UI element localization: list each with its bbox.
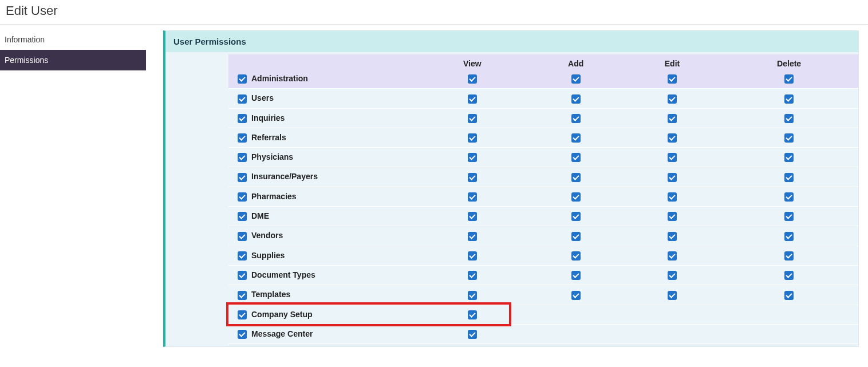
checkbox-delete[interactable]: [784, 271, 794, 280]
checkbox-edit[interactable]: [668, 251, 677, 261]
permission-row-label: Supplies: [251, 251, 285, 260]
checkbox-view[interactable]: [468, 232, 477, 241]
checkbox-delete[interactable]: [784, 192, 794, 202]
checkbox-delete[interactable]: [784, 153, 794, 162]
checkbox-delete[interactable]: [784, 232, 794, 241]
checkbox-add[interactable]: [571, 192, 581, 202]
checkbox-row-toggle[interactable]: [238, 114, 247, 123]
permission-row-label: Users: [251, 93, 274, 102]
checkbox-edit[interactable]: [668, 271, 677, 280]
permissions-table: View Add Edit Delete AdministrationUsers…: [228, 54, 858, 344]
permission-row: Pharmacies: [228, 187, 858, 206]
checkbox-row-toggle[interactable]: [238, 271, 247, 280]
checkbox-delete[interactable]: [784, 114, 794, 123]
checkbox-row-toggle[interactable]: [238, 133, 247, 143]
checkbox-view[interactable]: [468, 74, 477, 84]
checkbox-view[interactable]: [468, 153, 477, 162]
checkbox-edit[interactable]: [668, 232, 677, 241]
checkbox-add[interactable]: [571, 173, 581, 182]
checkbox-view[interactable]: [468, 133, 477, 143]
checkbox-edit[interactable]: [668, 74, 677, 84]
checkbox-row-toggle[interactable]: [238, 291, 247, 300]
checkbox-row-toggle[interactable]: [238, 212, 247, 221]
permission-row-label: Referrals: [251, 133, 286, 142]
permission-row-label: Company Setup: [251, 310, 313, 319]
checkbox-view[interactable]: [468, 310, 477, 319]
checkbox-view[interactable]: [468, 251, 477, 261]
checkbox-add[interactable]: [571, 232, 581, 241]
checkbox-add[interactable]: [571, 94, 581, 104]
checkbox-add[interactable]: [571, 271, 581, 280]
page-title: Edit User: [6, 3, 862, 18]
checkbox-edit[interactable]: [668, 114, 677, 123]
checkbox-edit[interactable]: [668, 291, 677, 300]
checkbox-row-toggle[interactable]: [238, 74, 247, 84]
checkbox-edit[interactable]: [668, 153, 677, 162]
permission-row-label: Physicians: [251, 152, 293, 161]
permission-row: Message Center: [228, 324, 858, 344]
checkbox-delete[interactable]: [784, 133, 794, 143]
checkbox-view[interactable]: [468, 94, 477, 104]
permission-row: DME: [228, 207, 858, 226]
checkbox-row-toggle[interactable]: [238, 153, 247, 162]
permission-row-label: Message Center: [251, 329, 313, 338]
permission-row: Referrals: [228, 128, 858, 147]
checkbox-view[interactable]: [468, 291, 477, 300]
checkbox-edit[interactable]: [668, 94, 677, 104]
permission-row-label: DME: [251, 211, 269, 220]
permission-row: Company Setup: [228, 305, 858, 324]
checkbox-view[interactable]: [468, 271, 477, 280]
permission-row: Vendors: [228, 226, 858, 246]
checkbox-delete[interactable]: [784, 212, 794, 221]
permission-row-label: Inquiries: [251, 113, 285, 123]
checkbox-row-toggle[interactable]: [238, 232, 247, 241]
checkbox-view[interactable]: [468, 192, 477, 202]
permission-row: Supplies: [228, 246, 858, 265]
sidebar: Information Permissions: [0, 25, 146, 70]
sidebar-item-label: Information: [5, 35, 45, 44]
checkbox-add[interactable]: [571, 291, 581, 300]
permission-row: Document Types: [228, 265, 858, 285]
sidebar-item-label: Permissions: [5, 56, 48, 65]
permissions-panel: User Permissions View Add Edit Delete: [163, 30, 859, 347]
checkbox-row-toggle[interactable]: [238, 251, 247, 261]
checkbox-add[interactable]: [571, 153, 581, 162]
permission-row: Administration: [228, 69, 858, 89]
sidebar-item-permissions[interactable]: Permissions: [0, 50, 146, 70]
checkbox-delete[interactable]: [784, 173, 794, 182]
checkbox-delete[interactable]: [784, 291, 794, 300]
checkbox-add[interactable]: [571, 74, 581, 84]
checkbox-row-toggle[interactable]: [238, 192, 247, 202]
panel-title: User Permissions: [165, 31, 858, 52]
checkbox-edit[interactable]: [668, 133, 677, 143]
checkbox-edit[interactable]: [668, 173, 677, 182]
checkbox-add[interactable]: [571, 212, 581, 221]
checkbox-add[interactable]: [571, 114, 581, 123]
permission-row: Physicians: [228, 148, 858, 167]
col-header-edit: Edit: [625, 54, 720, 69]
checkbox-edit[interactable]: [668, 192, 677, 202]
checkbox-add[interactable]: [571, 251, 581, 261]
checkbox-row-toggle[interactable]: [238, 173, 247, 182]
col-header-view: View: [417, 54, 527, 69]
checkbox-delete[interactable]: [784, 74, 794, 84]
permission-row-label: Administration: [251, 74, 308, 83]
permission-row: Templates: [228, 285, 858, 305]
checkbox-add[interactable]: [571, 133, 581, 143]
checkbox-view[interactable]: [468, 330, 477, 339]
permission-row-label: Templates: [251, 290, 290, 299]
permission-row-label: Document Types: [251, 270, 315, 279]
checkbox-view[interactable]: [468, 212, 477, 221]
checkbox-row-toggle[interactable]: [238, 330, 247, 339]
checkbox-view[interactable]: [468, 173, 477, 182]
checkbox-row-toggle[interactable]: [238, 94, 247, 104]
permission-row-label: Vendors: [251, 231, 283, 240]
checkbox-edit[interactable]: [668, 212, 677, 221]
checkbox-delete[interactable]: [784, 94, 794, 104]
sidebar-item-information[interactable]: Information: [0, 29, 146, 50]
permission-row-label: Insurance/Payers: [251, 172, 318, 181]
permission-row: Inquiries: [228, 108, 858, 128]
checkbox-row-toggle[interactable]: [238, 310, 247, 319]
checkbox-delete[interactable]: [784, 251, 794, 261]
checkbox-view[interactable]: [468, 114, 477, 123]
